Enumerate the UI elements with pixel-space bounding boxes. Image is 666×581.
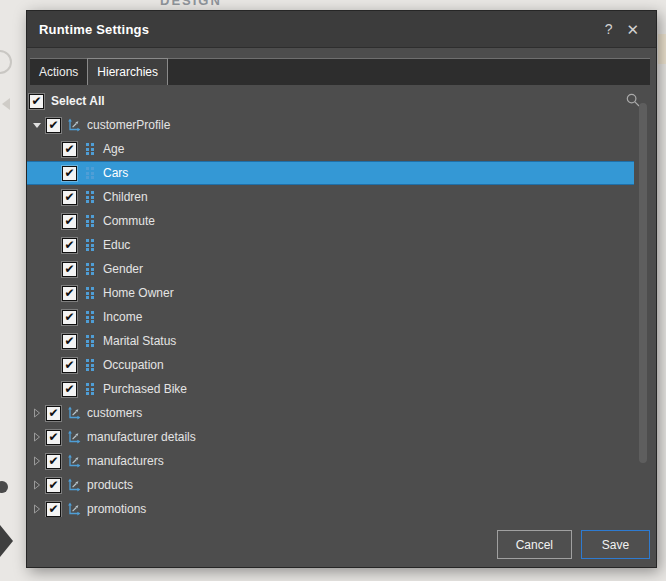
titlebar[interactable]: Runtime Settings ? ✕ — [27, 11, 656, 48]
hierarchy-icon — [67, 454, 81, 468]
tree-row-purchased-bike[interactable]: Purchased Bike — [27, 377, 634, 401]
collapse-expander-icon[interactable] — [32, 123, 42, 128]
item-checkbox[interactable] — [62, 166, 77, 181]
tree-item-label: products — [87, 478, 133, 492]
item-checkbox[interactable] — [62, 334, 77, 349]
tree-row-customers[interactable]: customers — [27, 401, 634, 425]
tree-item-label: Marital Status — [103, 334, 176, 348]
tree-item-label: promotions — [87, 502, 146, 516]
close-icon[interactable]: ✕ — [619, 20, 646, 39]
hierarchy-icon — [67, 502, 81, 516]
item-checkbox[interactable] — [62, 262, 77, 277]
select-all-checkbox[interactable] — [29, 94, 44, 109]
save-button[interactable]: Save — [581, 530, 650, 559]
tree-item-label: manufacturers — [87, 454, 164, 468]
hierarchy-icon — [67, 118, 81, 132]
tree-row-commute[interactable]: Commute — [27, 209, 634, 233]
attribute-icon — [83, 382, 97, 396]
background-app-artifact — [2, 98, 10, 110]
tab-strip: Actions Hierarchies — [30, 58, 650, 85]
tree-row-select-all[interactable]: Select All — [27, 89, 634, 113]
tree-row-age[interactable]: Age — [27, 137, 634, 161]
attribute-icon — [83, 358, 97, 372]
tree-item-label: Age — [103, 142, 124, 156]
scrollbar-thumb[interactable] — [639, 103, 647, 463]
item-checkbox[interactable] — [62, 142, 77, 157]
background-app-artifact — [0, 50, 12, 74]
tree-row-manufacturer-details[interactable]: manufacturer details — [27, 425, 634, 449]
tree-item-label: Gender — [103, 262, 143, 276]
tree-row-promotions[interactable]: promotions — [27, 497, 634, 517]
expand-expander-icon[interactable] — [32, 432, 42, 442]
tab-hierarchies[interactable]: Hierarchies — [87, 58, 168, 85]
attribute-icon — [83, 142, 97, 156]
tree-item-label: Income — [103, 310, 142, 324]
help-icon[interactable]: ? — [598, 20, 620, 38]
tree-item-label: Purchased Bike — [103, 382, 187, 396]
tree-row-manufacturers[interactable]: manufacturers — [27, 449, 634, 473]
attribute-icon — [83, 286, 97, 300]
footer: Cancel Save — [497, 530, 650, 559]
cancel-button[interactable]: Cancel — [497, 530, 572, 559]
item-checkbox[interactable] — [46, 430, 61, 445]
tab-actions[interactable]: Actions — [30, 58, 87, 85]
background-design-label: DESIGN — [160, 0, 222, 8]
tree-item-label: customerProfile — [87, 118, 170, 132]
item-checkbox[interactable] — [62, 214, 77, 229]
item-checkbox[interactable] — [46, 406, 61, 421]
item-checkbox[interactable] — [62, 286, 77, 301]
expand-expander-icon[interactable] — [32, 504, 42, 514]
runtime-settings-dialog: Runtime Settings ? ✕ Actions Hierarchies… — [26, 10, 657, 568]
scrollbar[interactable] — [639, 89, 647, 517]
item-checkbox[interactable] — [46, 478, 61, 493]
item-checkbox[interactable] — [62, 358, 77, 373]
item-checkbox[interactable] — [62, 310, 77, 325]
tree-row-products[interactable]: products — [27, 473, 634, 497]
item-checkbox[interactable] — [62, 382, 77, 397]
background-app-artifact — [0, 481, 8, 493]
attribute-icon — [83, 214, 97, 228]
tree-item-label: Cars — [103, 166, 128, 180]
tree-row-home-owner[interactable]: Home Owner — [27, 281, 634, 305]
tree-row-income[interactable]: Income — [27, 305, 634, 329]
tree-item-label: Occupation — [103, 358, 164, 372]
tree-item-label: Children — [103, 190, 148, 204]
attribute-icon — [83, 262, 97, 276]
expand-expander-icon[interactable] — [32, 480, 42, 490]
tree-row-occupation[interactable]: Occupation — [27, 353, 634, 377]
dialog-title: Runtime Settings — [39, 22, 149, 37]
tree-item-label: customers — [87, 406, 142, 420]
hierarchy-tree-area: Select All customerProfileAgeCarsChildre… — [27, 89, 655, 517]
tree-row-educ[interactable]: Educ — [27, 233, 634, 257]
item-checkbox[interactable] — [62, 190, 77, 205]
tree-row-customerprofile[interactable]: customerProfile — [27, 113, 634, 137]
tree-row-cars[interactable]: Cars — [27, 161, 634, 185]
hierarchy-icon — [67, 406, 81, 420]
tree-item-label: Home Owner — [103, 286, 174, 300]
background-app-artifact — [0, 525, 13, 557]
tree-row-gender[interactable]: Gender — [27, 257, 634, 281]
tree-item-label: Educ — [103, 238, 130, 252]
attribute-icon — [83, 238, 97, 252]
item-checkbox[interactable] — [46, 454, 61, 469]
tree-row-marital-status[interactable]: Marital Status — [27, 329, 634, 353]
background-app-artifact — [658, 34, 666, 64]
attribute-icon — [83, 310, 97, 324]
expand-expander-icon[interactable] — [32, 408, 42, 418]
expand-expander-icon[interactable] — [32, 456, 42, 466]
attribute-icon — [83, 334, 97, 348]
hierarchy-tree: Select All customerProfileAgeCarsChildre… — [27, 89, 634, 517]
item-checkbox[interactable] — [62, 238, 77, 253]
hierarchy-icon — [67, 478, 81, 492]
item-checkbox[interactable] — [46, 118, 61, 133]
tree-row-children[interactable]: Children — [27, 185, 634, 209]
hierarchy-icon — [67, 430, 81, 444]
item-checkbox[interactable] — [46, 502, 61, 517]
attribute-icon — [83, 190, 97, 204]
tree-item-label: Commute — [103, 214, 155, 228]
tree-item-label: manufacturer details — [87, 430, 196, 444]
select-all-label: Select All — [51, 94, 105, 108]
attribute-icon — [83, 166, 97, 180]
